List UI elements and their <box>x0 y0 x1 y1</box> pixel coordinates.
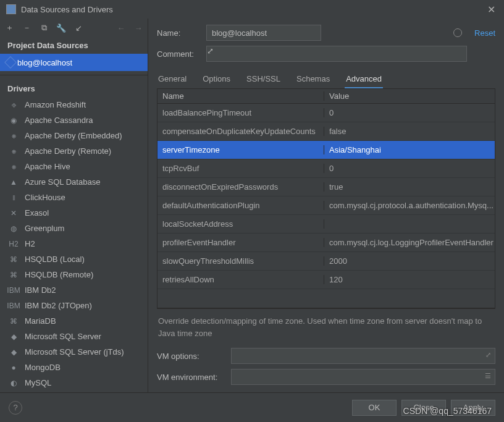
prop-value[interactable]: Asia/Shanghai <box>324 145 495 154</box>
property-row[interactable]: serverTimezoneAsia/Shanghai <box>158 141 495 159</box>
driver-icon: ⌘ <box>9 270 19 280</box>
driver-label: HSQLDB (Remote) <box>25 270 93 279</box>
tab-general[interactable]: General <box>157 70 188 88</box>
copy-icon[interactable]: ⧉ <box>38 23 49 33</box>
forward-icon[interactable]: → <box>133 23 144 33</box>
driver-item[interactable]: ⌘MariaDB <box>0 313 148 329</box>
driver-icon: ▲ <box>9 177 19 187</box>
help-icon[interactable]: ? <box>9 401 22 415</box>
driver-item[interactable]: ⦀ClickHouse <box>0 190 148 205</box>
comment-input[interactable]: ⤢ <box>206 46 467 62</box>
grid-header: Name Value <box>158 89 495 104</box>
vm-env-label: VM environment: <box>157 373 225 382</box>
revert-icon[interactable]: ↙ <box>73 23 84 33</box>
vm-env-row: VM environment: ☰ <box>157 366 495 387</box>
ok-button[interactable]: OK <box>352 400 397 416</box>
expand-icon[interactable]: ⤢ <box>207 46 214 56</box>
data-source-item[interactable]: blog@localhost <box>0 54 148 71</box>
driver-item[interactable]: ◉Apache Cassandra <box>0 112 148 128</box>
prop-value[interactable]: 120 <box>324 275 495 284</box>
driver-label: MariaDB <box>25 316 56 326</box>
prop-name: compensateOnDuplicateKeyUpdateCounts <box>158 127 324 136</box>
tab-ssh-ssl[interactable]: SSH/SSL <box>245 70 282 88</box>
prop-name: tcpRcvBuf <box>158 164 324 173</box>
apply-button[interactable]: Apply <box>451 400 495 416</box>
driver-label: MySQL <box>25 378 51 387</box>
vm-env-input[interactable]: ☰ <box>231 369 495 385</box>
property-row[interactable]: loadBalancePingTimeout0 <box>158 104 495 122</box>
prop-name: localSocketAddress <box>158 219 324 229</box>
prop-value[interactable]: 2000 <box>324 256 495 266</box>
property-row[interactable]: retriesAllDown120 <box>158 271 495 289</box>
col-header-value[interactable]: Value <box>324 91 495 101</box>
footer: ? OK Close Apply <box>0 392 504 422</box>
prop-value[interactable]: true <box>324 182 495 192</box>
property-row[interactable]: localSocketAddress <box>158 215 495 234</box>
prop-value[interactable]: 0 <box>324 164 495 173</box>
driver-icon: ⎈ <box>9 146 19 156</box>
driver-label: Exasol <box>25 208 49 217</box>
reset-link[interactable]: Reset <box>474 28 495 38</box>
property-row[interactable]: profilerEventHandlercom.mysql.cj.log.Log… <box>158 234 495 252</box>
driver-icon: IBM <box>9 301 19 311</box>
property-row[interactable]: defaultAuthenticationPlugincom.mysql.cj.… <box>158 196 495 215</box>
driver-item[interactable]: ⎈Apache Hive <box>0 159 148 174</box>
driver-item[interactable]: H2H2 <box>0 236 148 251</box>
titlebar: Data Sources and Drivers ✕ <box>0 0 504 19</box>
driver-label: Apache Hive <box>25 162 70 171</box>
driver-item[interactable]: ●MongoDB <box>0 360 148 375</box>
close-button[interactable]: Close <box>401 400 446 416</box>
comment-label: Comment: <box>157 49 206 59</box>
main-panel: Name: Reset Comment: ⤢ GeneralOptionsSSH… <box>148 19 504 392</box>
driver-item[interactable]: IBMIBM Db2 (JTOpen) <box>0 298 148 313</box>
property-row[interactable]: slowQueryThresholdMillis2000 <box>158 252 495 271</box>
col-header-name[interactable]: Name <box>158 91 324 101</box>
driver-label: IBM Db2 <box>25 285 56 295</box>
tab-options[interactable]: Options <box>201 70 232 88</box>
property-row[interactable]: compensateOnDuplicateKeyUpdateCountsfals… <box>158 122 495 141</box>
vm-options-input[interactable]: ⤢ <box>231 348 495 364</box>
driver-item[interactable]: ✕Exasol <box>0 205 148 221</box>
driver-item[interactable]: ⎈Apache Derby (Embedded) <box>0 128 148 143</box>
driver-item[interactable]: ◆Microsoft SQL Server <box>0 329 148 344</box>
driver-item[interactable]: ⎆Amazon Redshift <box>0 97 148 112</box>
project-data-sources-header: Project Data Sources <box>0 37 148 54</box>
driver-item[interactable]: ◍Greenplum <box>0 221 148 236</box>
driver-icon: IBM <box>9 285 19 295</box>
driver-item[interactable]: ⌘HSQLDB (Local) <box>0 251 148 267</box>
properties-grid: Name Value loadBalancePingTimeout0compen… <box>157 89 495 308</box>
comment-row: Comment: ⤢ <box>157 43 495 64</box>
prop-value[interactable]: com.mysql.cj.protocol.a.authentication.M… <box>324 201 495 210</box>
driver-item[interactable]: ◆Microsoft SQL Server (jTds) <box>0 344 148 360</box>
tab-advanced[interactable]: Advanced <box>345 70 383 88</box>
property-row[interactable]: tcpRcvBuf0 <box>158 159 495 178</box>
name-input[interactable] <box>206 25 321 41</box>
prop-value[interactable]: 0 <box>324 108 495 117</box>
wrench-icon[interactable]: 🔧 <box>56 23 67 33</box>
driver-item[interactable]: ▲Azure SQL Database <box>0 174 148 190</box>
driver-icon: H2 <box>9 239 19 249</box>
property-row[interactable]: disconnectOnExpiredPasswordstrue <box>158 178 495 196</box>
list-icon[interactable]: ☰ <box>485 372 491 380</box>
driver-item[interactable]: ⌘HSQLDB (Remote) <box>0 267 148 282</box>
prop-value[interactable]: false <box>324 127 495 136</box>
expand-icon[interactable]: ⤢ <box>485 351 491 359</box>
back-icon[interactable]: ← <box>116 23 127 33</box>
driver-icon: ◍ <box>9 224 19 234</box>
driver-label: Apache Derby (Remote) <box>25 146 111 156</box>
driver-icon: ⌘ <box>9 316 19 326</box>
remove-icon[interactable]: － <box>21 22 32 33</box>
tab-schemas[interactable]: Schemas <box>295 70 331 88</box>
vm-options-label: VM options: <box>157 352 225 361</box>
add-icon[interactable]: ＋ <box>4 22 15 33</box>
body: ＋ － ⧉ 🔧 ↙ ← → Project Data Sources blog@… <box>0 19 504 392</box>
grid-body[interactable]: loadBalancePingTimeout0compensateOnDupli… <box>158 104 495 308</box>
driver-item[interactable]: ◐MySQL <box>0 375 148 390</box>
prop-name: disconnectOnExpiredPasswords <box>158 182 324 192</box>
driver-label: Microsoft SQL Server (jTds) <box>25 347 124 357</box>
prop-name: defaultAuthenticationPlugin <box>158 201 324 210</box>
driver-item[interactable]: IBMIBM Db2 <box>0 282 148 298</box>
prop-value[interactable]: com.mysql.cj.log.LoggingProfilerEventHan… <box>324 238 495 247</box>
close-icon[interactable]: ✕ <box>485 4 498 15</box>
driver-item[interactable]: ⎈Apache Derby (Remote) <box>0 143 148 159</box>
